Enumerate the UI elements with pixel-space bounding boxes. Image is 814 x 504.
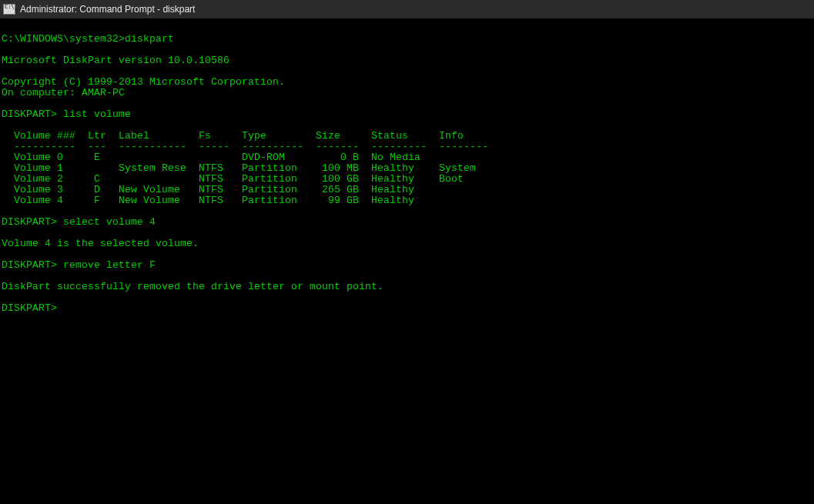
window-titlebar[interactable]: Administrator: Command Prompt - diskpart [0,0,814,18]
cmd-icon [3,4,15,15]
terminal-output[interactable]: C:\WINDOWS\system32>diskpart Microsoft D… [0,18,814,314]
window-title: Administrator: Command Prompt - diskpart [20,4,195,15]
